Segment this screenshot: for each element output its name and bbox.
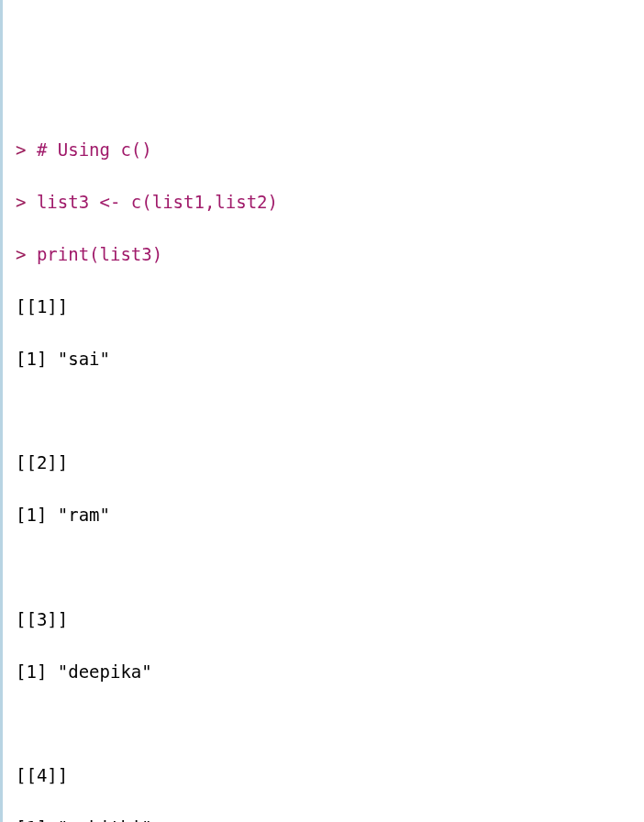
blank-line bbox=[16, 711, 644, 737]
output-value-4: [1] "sahithi" bbox=[16, 815, 644, 822]
prompt: > bbox=[16, 139, 37, 160]
output-index-1: [[1]] bbox=[16, 294, 644, 320]
input-line-1: > # Using c() bbox=[16, 137, 644, 163]
code: print(list3) bbox=[37, 244, 162, 264]
output-value-3: [1] "deepika" bbox=[16, 659, 644, 685]
blank-line bbox=[16, 554, 644, 580]
input-line-2: > list3 <- c(list1,list2) bbox=[16, 189, 644, 216]
output-value-1: [1] "sai" bbox=[16, 346, 644, 372]
input-line-3: > print(list3) bbox=[16, 241, 644, 268]
prompt: > bbox=[16, 192, 37, 212]
code-console: > # Using c() > list3 <- c(list1,list2) … bbox=[16, 110, 644, 822]
output-index-2: [[2]] bbox=[16, 450, 644, 476]
output-index-4: [[4]] bbox=[16, 762, 644, 789]
output-index-3: [[3]] bbox=[16, 606, 644, 633]
comment: # Using c() bbox=[37, 139, 152, 160]
blank-line bbox=[16, 398, 644, 424]
prompt: > bbox=[16, 244, 37, 264]
code: list3 <- c(list1,list2) bbox=[37, 192, 278, 212]
output-value-2: [1] "ram" bbox=[16, 502, 644, 528]
